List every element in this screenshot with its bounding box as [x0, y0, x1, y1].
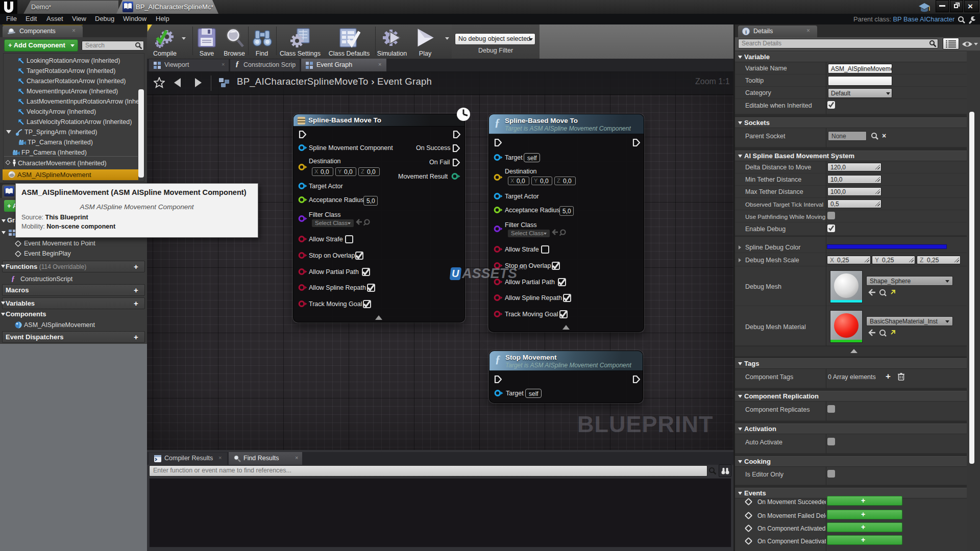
svg-text:i: i [745, 29, 747, 35]
